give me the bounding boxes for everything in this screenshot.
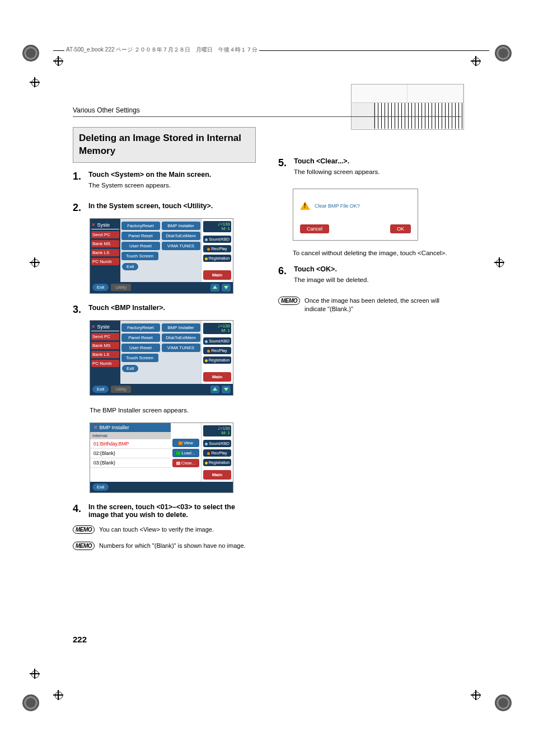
left-tab[interactable]: Bank MS — [91, 240, 119, 247]
left-tab[interactable]: Send PC — [91, 231, 119, 238]
rec-play-button[interactable]: Rec/Play — [203, 347, 231, 354]
step-number: 5. — [278, 157, 289, 184]
registration-mark-icon — [494, 257, 504, 267]
step-title: In the screen, touch <01>–<03> to select… — [88, 503, 256, 519]
sound-icon — [205, 340, 208, 343]
list-item[interactable]: 02:(Blank) — [90, 449, 171, 458]
arrow-down-icon[interactable] — [222, 284, 231, 292]
memo-badge: MEMO — [278, 297, 300, 305]
warning-icon — [300, 201, 310, 210]
crop-mark-icon — [22, 45, 39, 62]
ok-button[interactable]: OK — [390, 224, 411, 233]
registration-button[interactable]: Registration — [203, 459, 231, 466]
tempo-display: ♩=130M: 1 — [203, 323, 231, 334]
sound-icon — [205, 443, 208, 445]
sound-kbd-button[interactable]: Sound/KBD — [203, 236, 231, 243]
device-screenshot-bmp-installer: ✕ BMP Installer Internal 01:Birthday.BMP… — [90, 422, 233, 493]
arrow-down-icon[interactable] — [222, 386, 231, 393]
main-button[interactable]: Main — [203, 372, 231, 382]
rec-play-button[interactable]: Rec/Play — [203, 245, 231, 252]
rec-play-button[interactable]: Rec/Play — [203, 449, 231, 457]
step-title: Touch <OK>. — [294, 265, 461, 273]
confirm-dialog: Clear BMP File OK? Cancel OK — [293, 189, 418, 241]
registration-mark-icon — [53, 690, 63, 700]
page-number: 222 — [73, 635, 87, 644]
user-reset-button[interactable]: User Reset — [121, 242, 160, 250]
exit-button[interactable]: Exit — [92, 386, 109, 393]
factory-reset-button[interactable]: FactoryReset — [121, 323, 160, 332]
vima-tunes-button[interactable]: VIMA TUNES — [162, 242, 200, 250]
step-text: The BMP Installer screen appears. — [90, 406, 256, 415]
list-item[interactable]: 01:Birthday.BMP — [90, 439, 171, 449]
main-button[interactable]: Main — [203, 470, 231, 480]
disk-to-extmem-button[interactable]: DiskToExtMem — [162, 232, 200, 240]
memo-text: Numbers for which "(Blank)" is shown hav… — [99, 542, 256, 550]
user-reset-button[interactable]: User Reset — [121, 344, 160, 352]
registration-mark-icon — [30, 669, 40, 679]
bmp-installer-button[interactable]: BMP Installer — [162, 323, 200, 332]
registration-mark-icon — [471, 690, 481, 700]
registration-button[interactable]: Registration — [203, 255, 231, 262]
clear-button[interactable]: Clear... — [172, 459, 199, 467]
tempo-display: ♩=130M: 1 — [203, 425, 231, 436]
left-tab[interactable]: Bank MS — [91, 342, 119, 349]
memo-badge: MEMO — [73, 525, 95, 534]
exit-button[interactable]: Exit — [122, 263, 138, 270]
crop-mark-icon — [495, 45, 512, 62]
disk-icon — [205, 257, 208, 260]
arrow-up-icon[interactable] — [210, 386, 219, 393]
registration-mark-icon — [30, 257, 40, 267]
left-tab[interactable]: PC Numb — [91, 360, 119, 367]
picture-icon — [179, 442, 182, 445]
touch-screen-button[interactable]: Touch Screen — [121, 354, 158, 362]
arrow-up-icon[interactable] — [210, 284, 219, 292]
section-title: Deleting an Image Stored in Internal Mem… — [73, 127, 256, 163]
vima-tunes-button[interactable]: VIMA TUNES — [162, 344, 200, 352]
left-tab[interactable]: PC Numb — [91, 258, 119, 265]
registration-mark-icon — [53, 56, 63, 66]
panel-title: Syste — [97, 324, 110, 330]
crop-mark-icon — [495, 694, 512, 711]
step-title: Touch <Clear...>. — [294, 157, 461, 165]
panel-reset-button[interactable]: Panel Reset — [121, 232, 160, 240]
utility-tab[interactable]: Utility — [111, 284, 131, 291]
speaker-icon — [207, 452, 210, 455]
list-item[interactable]: 03:(Blank) — [90, 458, 171, 468]
main-button[interactable]: Main — [203, 270, 231, 280]
utility-tab[interactable]: Utility — [111, 386, 131, 393]
left-tab[interactable]: Send PC — [91, 333, 119, 340]
sound-kbd-button[interactable]: Sound/KBD — [203, 440, 231, 447]
touch-screen-button[interactable]: Touch Screen — [121, 252, 158, 260]
view-button[interactable]: View — [172, 439, 199, 447]
speaker-icon — [207, 350, 210, 353]
disk-icon — [205, 462, 208, 464]
device-screenshot-utility: ✕ Syste Send PC Bank MS Bank LS PC Numb … — [90, 320, 233, 396]
factory-reset-button[interactable]: FactoryReset — [121, 222, 160, 230]
step-number: 4. — [73, 503, 84, 521]
sound-kbd-button[interactable]: Sound/KBD — [203, 337, 231, 345]
exit-button[interactable]: Exit — [92, 483, 109, 491]
panel-reset-button[interactable]: Panel Reset — [121, 334, 160, 342]
step-text: The System screen appears. — [88, 181, 256, 190]
device-screenshot-utility: ✕ Syste Send PC Bank MS Bank LS PC Numb … — [90, 218, 233, 294]
crop-mark-icon — [22, 694, 39, 711]
speaker-icon — [207, 248, 210, 251]
sound-icon — [205, 238, 208, 241]
book-stamp: AT-500_e.book 222 ページ ２００８年７月２８日 月曜日 午後４… — [64, 46, 259, 54]
load-button[interactable]: Load... — [172, 449, 199, 457]
step-number: 1. — [73, 171, 84, 198]
left-tab[interactable]: Bank LS — [91, 249, 119, 256]
disk-to-extmem-button[interactable]: DiskToExtMem — [162, 334, 200, 342]
registration-button[interactable]: Registration — [203, 356, 231, 364]
panel-title: ✕ BMP Installer — [90, 423, 171, 432]
memo-text: Once the image has been deleted, the scr… — [305, 297, 461, 313]
step-text: The following screen appears. — [294, 167, 461, 176]
bmp-installer-button[interactable]: BMP Installer — [162, 222, 200, 230]
exit-button[interactable]: Exit — [92, 284, 109, 291]
cancel-button[interactable]: Cancel — [300, 224, 329, 233]
exit-button[interactable]: Exit — [122, 365, 138, 372]
divider — [73, 116, 461, 117]
left-tab[interactable]: Bank LS — [91, 351, 119, 358]
step-number: 2. — [73, 202, 84, 214]
x-icon: ✕ — [91, 222, 96, 228]
